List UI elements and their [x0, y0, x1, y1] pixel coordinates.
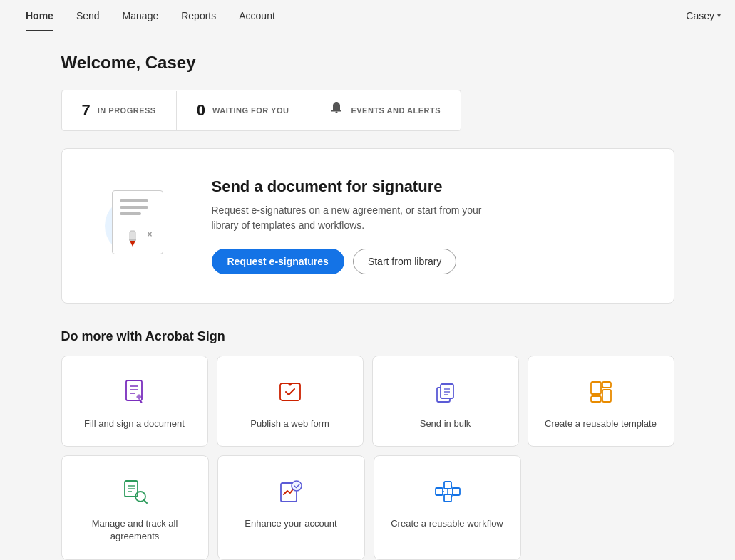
svg-rect-28: [436, 488, 443, 495]
send-bulk-card[interactable]: Send in bulk: [372, 356, 519, 447]
stat-in-progress-label: IN PROGRESS: [98, 106, 156, 115]
start-from-library-button[interactable]: Start from library: [353, 249, 456, 274]
send-card-text: Send a document for signature Request e-…: [212, 177, 645, 274]
enhance-account-card[interactable]: Enhance your account: [217, 455, 365, 559]
user-menu[interactable]: Casey ▾: [686, 10, 721, 21]
do-more-title: Do more with Acrobat Sign: [61, 329, 674, 344]
publish-web-form-card[interactable]: Publish a web form: [217, 356, 364, 447]
stat-events-label: EVENTS AND ALERTS: [351, 106, 441, 115]
doc-line-2: [120, 206, 148, 209]
welcome-heading: Welcome, Casey: [61, 53, 674, 73]
send-card-description: Request e-signatures on a new agreement,…: [212, 203, 483, 233]
svg-line-25: [144, 500, 147, 503]
svg-rect-31: [453, 488, 460, 495]
create-template-label: Create a reusable template: [545, 418, 657, 430]
svg-point-27: [292, 481, 302, 491]
do-more-section: Do more with Acrobat Sign Fill and sign …: [61, 329, 674, 560]
fill-sign-label: Fill and sign a document: [84, 418, 185, 430]
enhance-account-icon: [275, 476, 307, 507]
nav-home[interactable]: Home: [14, 0, 65, 31]
send-bulk-label: Send in bulk: [420, 418, 471, 430]
svg-rect-9: [280, 383, 300, 400]
svg-marker-2: [130, 241, 135, 247]
create-workflow-label: Create a reusable workflow: [391, 517, 503, 530]
user-menu-arrow: ▾: [717, 11, 721, 19]
user-name: Casey: [686, 10, 714, 21]
svg-rect-12: [441, 384, 453, 398]
web-form-icon: [274, 376, 306, 408]
stat-in-progress[interactable]: 7 IN PROGRESS: [62, 91, 177, 130]
cards-row-1: Fill and sign a document Publish a web f…: [61, 356, 674, 447]
manage-agreements-card[interactable]: Manage and track all agreements: [61, 455, 209, 559]
send-card-illustration: ×: [91, 183, 183, 269]
cards-row-2: Manage and track all agreements Enhance …: [61, 455, 521, 559]
main-content: Welcome, Casey 7 IN PROGRESS 0 WAITING F…: [47, 31, 689, 560]
bulk-send-icon: [430, 376, 461, 408]
svg-line-34: [451, 485, 453, 490]
svg-point-10: [289, 384, 291, 386]
enhance-account-label: Enhance your account: [245, 517, 336, 530]
stat-waiting-label: WAITING FOR YOU: [212, 106, 289, 115]
manage-agreements-icon: [119, 476, 150, 507]
svg-rect-30: [444, 494, 451, 502]
nav-send[interactable]: Send: [65, 0, 111, 31]
svg-line-35: [451, 493, 453, 498]
svg-rect-17: [602, 382, 611, 388]
stat-waiting-number: 0: [197, 101, 205, 120]
doc-paper: ×: [112, 190, 163, 254]
create-template-card[interactable]: Create a reusable template: [528, 356, 674, 447]
fill-sign-icon: [119, 376, 150, 408]
svg-rect-3: [129, 239, 136, 241]
pen-icon: [125, 231, 140, 248]
svg-rect-29: [444, 482, 451, 489]
nav-items: Home Send Manage Reports Account: [14, 0, 686, 31]
nav-reports[interactable]: Reports: [170, 0, 227, 31]
svg-rect-0: [336, 112, 338, 114]
publish-web-form-label: Publish a web form: [250, 418, 329, 430]
stat-in-progress-number: 7: [82, 101, 91, 120]
doc-line-1: [120, 199, 148, 202]
stat-events[interactable]: EVENTS AND ALERTS: [309, 90, 461, 130]
stats-bar: 7 IN PROGRESS 0 WAITING FOR YOU EVENTS A…: [61, 90, 462, 131]
svg-rect-19: [591, 396, 601, 402]
bell-icon: [329, 100, 344, 120]
send-card-title: Send a document for signature: [212, 177, 645, 196]
nav-account[interactable]: Account: [227, 0, 287, 31]
doc-x-mark: ×: [147, 229, 152, 239]
nav-manage[interactable]: Manage: [111, 0, 170, 31]
doc-line-3: [120, 212, 141, 215]
fill-sign-card[interactable]: Fill and sign a document: [61, 356, 208, 447]
stat-waiting[interactable]: 0 WAITING FOR YOU: [177, 91, 310, 130]
manage-agreements-label: Manage and track all agreements: [73, 517, 197, 543]
request-esignatures-button[interactable]: Request e-signatures: [212, 249, 344, 274]
svg-rect-16: [591, 382, 601, 394]
send-card-actions: Request e-signatures Start from library: [212, 249, 645, 274]
send-document-card: × Send a document for signature Request …: [61, 148, 674, 304]
reusable-workflow-icon: [431, 476, 463, 507]
svg-rect-18: [602, 390, 611, 402]
navigation: Home Send Manage Reports Account Casey ▾: [0, 0, 735, 31]
create-workflow-card[interactable]: Create a reusable workflow: [374, 455, 521, 559]
template-icon: [585, 376, 617, 408]
